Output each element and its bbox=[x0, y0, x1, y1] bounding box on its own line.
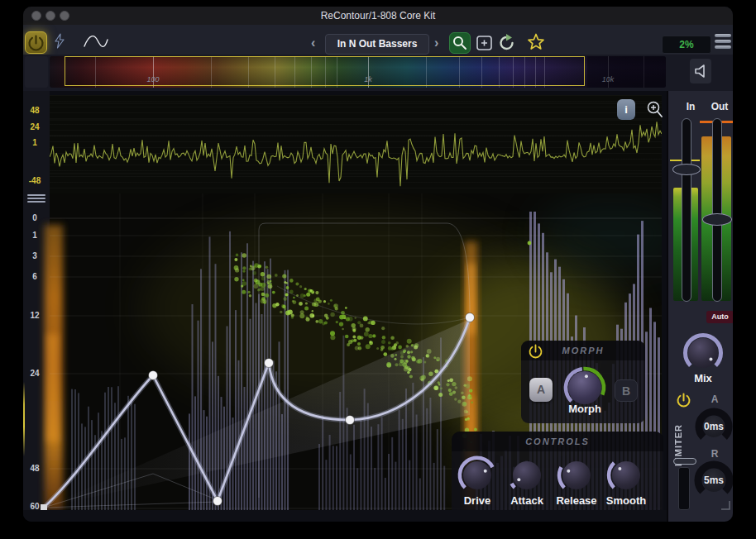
panel-corner-mark bbox=[720, 499, 731, 511]
limiter-threshold-track[interactable] bbox=[678, 467, 690, 510]
smooth-knob[interactable] bbox=[607, 456, 645, 494]
waveform-display[interactable] bbox=[50, 95, 662, 193]
waveform-svg bbox=[50, 95, 662, 193]
reload-preset-button[interactable] bbox=[496, 32, 518, 54]
limiter-attack-knob[interactable]: 0ms bbox=[694, 407, 733, 446]
magnify-plus-icon bbox=[645, 99, 665, 121]
morph-a-button[interactable]: A bbox=[529, 378, 553, 402]
curve-point[interactable] bbox=[213, 497, 222, 506]
power-icon bbox=[26, 32, 46, 53]
audition-button[interactable] bbox=[690, 59, 711, 83]
zoom-in-button[interactable] bbox=[645, 99, 665, 121]
mix-label: Mix bbox=[678, 372, 728, 384]
window-title: ReContour/1-808 Core Kit bbox=[23, 10, 733, 21]
drive-label: Drive bbox=[452, 494, 502, 507]
limiter-release-knob[interactable]: 5ms bbox=[693, 460, 733, 501]
in-label: In bbox=[680, 101, 701, 112]
preset-name-box[interactable]: In N Out Bassers bbox=[325, 34, 429, 55]
controls-panel: CONTROLS Drive Attack Release Smooth bbox=[452, 432, 663, 510]
preset-search-button[interactable] bbox=[449, 32, 471, 54]
wave-ruler-48: 48 bbox=[23, 106, 46, 115]
controls-panel-title: CONTROLS bbox=[452, 432, 663, 451]
bottom-strip bbox=[23, 510, 667, 522]
release-label: Release bbox=[552, 494, 601, 507]
menu-icon bbox=[715, 34, 731, 37]
out-label: Out bbox=[706, 101, 733, 112]
wave-ruler-1: 1 bbox=[23, 138, 46, 147]
frequency-strip-row: 100 1k 10k bbox=[23, 55, 733, 91]
cpu-meter: 2% bbox=[662, 36, 711, 54]
curve-point[interactable] bbox=[149, 371, 158, 380]
wave-ruler-m48: -48 bbox=[23, 176, 46, 185]
attack-knob[interactable] bbox=[508, 456, 546, 494]
curve-point[interactable] bbox=[466, 313, 475, 322]
limiter-power-icon[interactable] bbox=[676, 392, 693, 409]
star-icon bbox=[526, 32, 546, 52]
release-knob[interactable] bbox=[557, 456, 596, 494]
wave-ruler-24: 24 bbox=[23, 122, 46, 131]
frequency-spectrum-strip[interactable]: 100 1k 10k bbox=[50, 56, 666, 88]
speaker-icon bbox=[690, 59, 711, 83]
in-fader-track[interactable] bbox=[682, 118, 691, 302]
morph-power-icon[interactable] bbox=[528, 343, 543, 359]
lightning-icon[interactable] bbox=[53, 33, 66, 50]
sine-wave-icon[interactable] bbox=[83, 32, 109, 50]
toolbar: ‹ In N Out Bassers › 2% bbox=[23, 25, 733, 55]
attack-label: Attack bbox=[502, 494, 552, 507]
preset-prev-button[interactable]: ‹ bbox=[311, 34, 315, 52]
search-icon bbox=[450, 33, 470, 53]
favorite-preset-button[interactable] bbox=[526, 32, 546, 52]
morph-b-button[interactable]: B bbox=[615, 379, 638, 402]
strip-left-pad bbox=[25, 56, 48, 88]
folder-plus-icon bbox=[475, 33, 495, 53]
main-content: 48 24 1 -48 0 1 3 6 12 24 48 60 i bbox=[23, 91, 733, 522]
auto-gain-button[interactable]: Auto bbox=[706, 311, 733, 323]
morph-panel: MORPH A B Morph bbox=[521, 341, 645, 423]
morph-knob-label: Morph bbox=[543, 403, 626, 415]
menu-button[interactable] bbox=[715, 34, 731, 49]
preset-next-button[interactable]: › bbox=[434, 34, 438, 52]
plugin-power-button[interactable] bbox=[25, 31, 47, 54]
out-fader-handle[interactable] bbox=[702, 213, 732, 226]
titlebar: ReContour/1-808 Core Kit bbox=[23, 7, 733, 26]
curve-point[interactable] bbox=[346, 416, 355, 425]
limiter-attack-label: A bbox=[708, 394, 721, 405]
out-fader-track[interactable] bbox=[712, 118, 722, 302]
io-panel: In Out Auto Mix LIMITER A 0ms R 5ms bbox=[667, 91, 733, 522]
limiter-release-value: 5ms bbox=[693, 475, 733, 486]
frequency-selection-border[interactable] bbox=[65, 56, 585, 86]
in-fader-handle[interactable] bbox=[672, 164, 701, 175]
refresh-icon bbox=[496, 32, 518, 54]
limiter-attack-value: 0ms bbox=[694, 421, 733, 432]
limiter-threshold-handle[interactable] bbox=[673, 458, 696, 465]
drive-knob[interactable] bbox=[458, 456, 496, 494]
curve-point[interactable] bbox=[265, 359, 274, 368]
mix-knob[interactable] bbox=[683, 333, 723, 373]
smooth-label: Smooth bbox=[601, 494, 651, 507]
edge-glint bbox=[23, 382, 25, 456]
freq-tick-10k: 10k bbox=[596, 75, 620, 83]
limiter-release-label: R bbox=[708, 448, 721, 460]
plugin-window: ReContour/1-808 Core Kit ‹ In N Out Bass… bbox=[23, 7, 733, 522]
save-preset-button[interactable] bbox=[475, 33, 495, 53]
info-button[interactable]: i bbox=[617, 99, 635, 120]
